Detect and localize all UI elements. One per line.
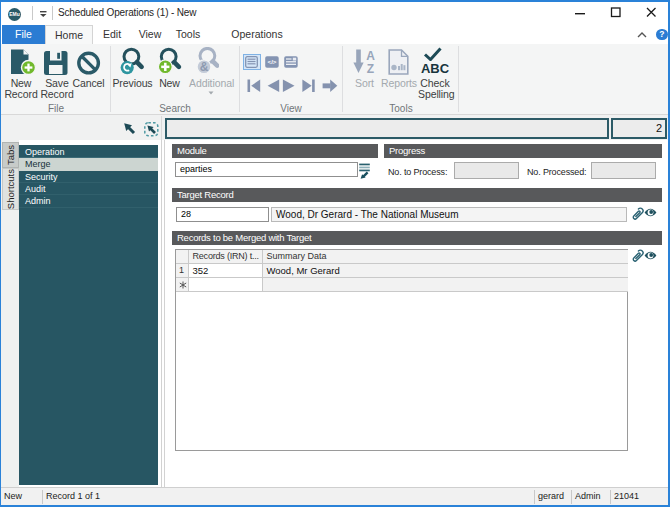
svg-text:Z: Z: [366, 62, 373, 75]
svg-text:</>: </>: [267, 58, 276, 65]
svg-text:&: &: [200, 60, 209, 74]
svg-text:A: A: [366, 49, 375, 63]
